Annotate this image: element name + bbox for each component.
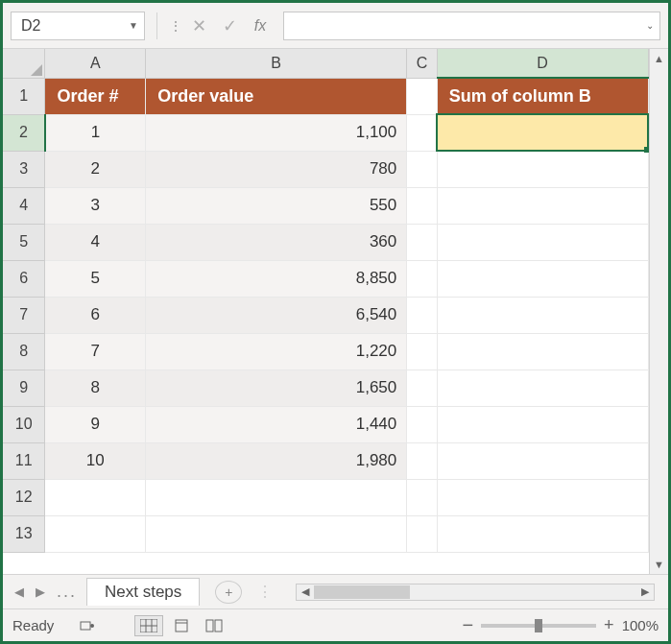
cell-a3[interactable]: 2 <box>45 151 146 187</box>
cell-a11[interactable]: 10 <box>45 442 146 479</box>
scroll-left-icon[interactable]: ◀ <box>297 585 314 598</box>
cell-c7[interactable] <box>407 297 437 333</box>
cell-a9[interactable]: 8 <box>45 370 146 406</box>
horizontal-scrollbar[interactable]: ◀ ▶ <box>296 584 655 601</box>
svg-rect-6 <box>176 620 187 632</box>
cell-c9[interactable] <box>407 370 437 406</box>
cell-a1[interactable]: Order # <box>45 78 146 114</box>
cell-b4[interactable]: 550 <box>146 187 407 224</box>
expand-icon[interactable]: ⌄ <box>646 20 654 31</box>
macro-record-icon[interactable] <box>73 615 102 636</box>
cell-d13[interactable] <box>437 515 648 552</box>
row-header-3[interactable]: 3 <box>3 151 45 187</box>
row-header-5[interactable]: 5 <box>3 224 45 260</box>
row-header-11[interactable]: 11 <box>3 442 45 479</box>
cell-b9[interactable]: 1,650 <box>146 370 407 406</box>
cell-d12[interactable] <box>437 479 648 515</box>
scroll-down-icon[interactable]: ▼ <box>650 555 668 574</box>
cell-b10[interactable]: 1,440 <box>146 406 407 442</box>
cell-d8[interactable] <box>437 333 648 370</box>
cell-c11[interactable] <box>407 442 437 479</box>
cell-a13[interactable] <box>45 515 146 552</box>
row-header-13[interactable]: 13 <box>3 515 45 552</box>
cell-d5[interactable] <box>437 224 648 260</box>
cell-a2[interactable]: 1 <box>45 114 146 151</box>
cell-b12[interactable] <box>146 479 407 515</box>
cell-d3[interactable] <box>437 151 648 187</box>
cell-c3[interactable] <box>407 151 437 187</box>
name-box[interactable]: D2 ▼ <box>11 12 145 40</box>
cell-d9[interactable] <box>437 370 648 406</box>
cell-c13[interactable] <box>407 515 437 552</box>
col-header-d[interactable]: D <box>437 49 648 78</box>
scroll-track[interactable] <box>650 68 668 555</box>
cell-a10[interactable]: 9 <box>45 406 146 442</box>
cell-c2[interactable] <box>407 114 437 151</box>
fx-icon[interactable]: fx <box>245 17 276 35</box>
status-bar: Ready − + 100% <box>3 608 668 641</box>
cell-d1[interactable]: Sum of column B <box>437 78 648 114</box>
cell-a12[interactable] <box>45 479 146 515</box>
cell-a7[interactable]: 6 <box>45 297 146 333</box>
cell-d6[interactable] <box>437 260 648 297</box>
vertical-scrollbar[interactable]: ▲ ▼ <box>649 49 668 574</box>
add-sheet-button[interactable]: + <box>215 581 242 604</box>
cell-d11[interactable] <box>437 442 648 479</box>
cell-b1[interactable]: Order value <box>146 78 407 114</box>
cell-b3[interactable]: 780 <box>146 151 407 187</box>
cell-d10[interactable] <box>437 406 648 442</box>
cell-b13[interactable] <box>146 515 407 552</box>
cell-b6[interactable]: 8,850 <box>146 260 407 297</box>
cell-b8[interactable]: 1,220 <box>146 333 407 370</box>
zoom-in-button[interactable]: + <box>604 615 614 635</box>
cell-b11[interactable]: 1,980 <box>146 442 407 479</box>
row-header-10[interactable]: 10 <box>3 406 45 442</box>
tab-prev-icon[interactable]: ◀ <box>9 584 30 599</box>
row-header-2[interactable]: 2 <box>3 114 45 151</box>
cell-c4[interactable] <box>407 187 437 224</box>
cell-c12[interactable] <box>407 479 437 515</box>
row-header-7[interactable]: 7 <box>3 297 45 333</box>
scroll-thumb[interactable] <box>314 585 410 599</box>
cell-b2[interactable]: 1,100 <box>146 114 407 151</box>
cell-c5[interactable] <box>407 224 437 260</box>
row-header-12[interactable]: 12 <box>3 479 45 515</box>
cell-c10[interactable] <box>407 406 437 442</box>
row-header-9[interactable]: 9 <box>3 370 45 406</box>
cell-d2-selected[interactable] <box>437 114 648 151</box>
select-all-corner[interactable] <box>3 49 45 78</box>
cell-a8[interactable]: 7 <box>45 333 146 370</box>
spreadsheet-grid[interactable]: A B C D 1 Order # Order value Sum of col… <box>3 49 649 574</box>
tab-more-icon[interactable]: ... <box>51 582 83 602</box>
cell-c1[interactable] <box>407 78 437 114</box>
normal-view-icon[interactable] <box>134 615 163 636</box>
cell-b7[interactable]: 6,540 <box>146 297 407 333</box>
sheet-tab[interactable]: Next steps <box>86 578 200 606</box>
cell-d4[interactable] <box>437 187 648 224</box>
cell-a4[interactable]: 3 <box>45 187 146 224</box>
scroll-right-icon[interactable]: ▶ <box>636 585 654 598</box>
page-break-view-icon[interactable] <box>200 615 228 636</box>
cell-a5[interactable]: 4 <box>45 224 146 260</box>
zoom-out-button[interactable]: − <box>462 614 473 636</box>
page-layout-view-icon[interactable] <box>167 615 196 636</box>
scroll-up-icon[interactable]: ▲ <box>650 49 668 68</box>
drag-handle-icon[interactable]: ⋮ <box>169 18 183 34</box>
chevron-down-icon[interactable]: ▼ <box>129 20 138 31</box>
row-header-6[interactable]: 6 <box>3 260 45 297</box>
zoom-slider[interactable] <box>481 624 596 628</box>
cell-c8[interactable] <box>407 333 437 370</box>
row-header-8[interactable]: 8 <box>3 333 45 370</box>
col-header-a[interactable]: A <box>45 49 146 78</box>
cell-a6[interactable]: 5 <box>45 260 146 297</box>
cell-d7[interactable] <box>437 297 648 333</box>
cell-c6[interactable] <box>407 260 437 297</box>
formula-input[interactable]: ⌄ <box>283 12 660 40</box>
row-header-1[interactable]: 1 <box>3 78 45 114</box>
tab-next-icon[interactable]: ▶ <box>30 584 51 599</box>
zoom-level[interactable]: 100% <box>622 617 659 633</box>
row-header-4[interactable]: 4 <box>3 187 45 224</box>
col-header-c[interactable]: C <box>407 49 437 78</box>
cell-b5[interactable]: 360 <box>146 224 407 260</box>
col-header-b[interactable]: B <box>146 49 407 78</box>
